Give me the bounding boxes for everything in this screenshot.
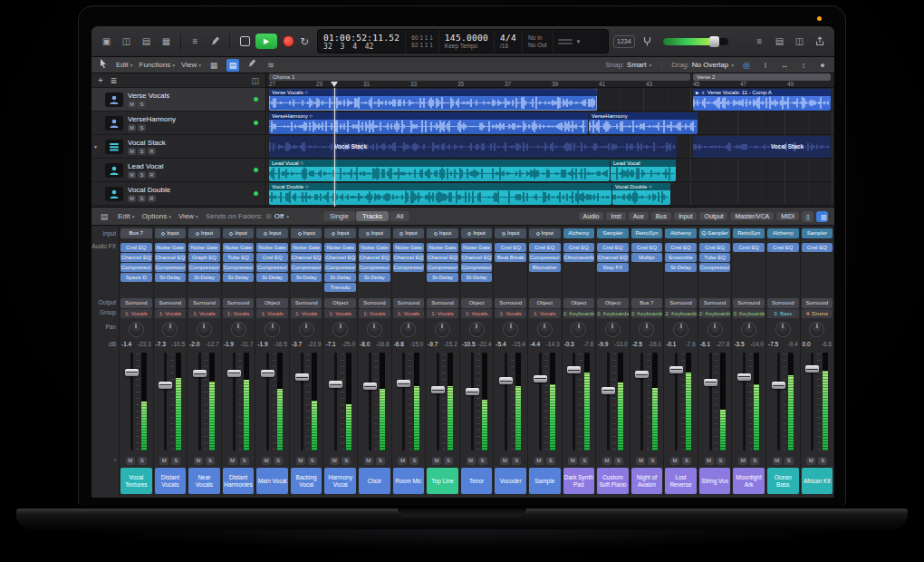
fx-slot-st-delay[interactable]: St-Delay [291, 273, 322, 282]
wide-view-icon[interactable]: ▥ [816, 211, 828, 222]
track-header-lead-vocal[interactable]: Lead VocalMSR [91, 159, 265, 182]
fx-slot-noise-gate[interactable]: Noise Gate [427, 243, 458, 252]
region-verse-vocals[interactable]: Verse Vocals ○ [269, 89, 597, 111]
fx-slot-st-delay[interactable]: St-Delay [155, 273, 187, 282]
fx-slot-channel-eq[interactable]: Channel EQ [324, 253, 356, 262]
pan-knob[interactable] [469, 322, 485, 337]
fx-slot-noise-gate[interactable]: Noise Gate [393, 243, 425, 252]
channel-input-slot[interactable]: Input [188, 228, 220, 238]
pan-knob[interactable] [265, 322, 280, 337]
mute-button[interactable]: M [398, 457, 407, 465]
fx-slot-noise-gate[interactable]: Noise Gate [155, 243, 187, 252]
channel-input-slot[interactable]: Alchemy [665, 228, 697, 238]
fx-slot-noise-gate[interactable]: Noise Gate [324, 243, 356, 252]
region-verseharmony[interactable]: VerseHarmony [589, 112, 698, 134]
fx-slot-graph-eq[interactable]: Graph EQ [188, 253, 220, 262]
arrange-lane-verseharmony[interactable]: VerseHarmony ○VerseHarmony [266, 111, 834, 135]
channel-group-slot[interactable]: 1: Vocals [188, 309, 220, 318]
channel-output-slot[interactable]: Surround [665, 298, 697, 308]
quick-help-icon[interactable]: ▣ [99, 34, 114, 48]
mute-button[interactable]: M [128, 101, 136, 108]
channel-group-slot[interactable]: 1: Vocals [256, 309, 288, 318]
pan-knob[interactable] [503, 322, 518, 337]
fader-cap[interactable] [499, 377, 513, 384]
fx-slot-compressor[interactable]: Compressor [529, 253, 561, 262]
solo-button[interactable]: S [512, 457, 521, 465]
solo-button[interactable]: S [138, 457, 147, 465]
fader-cap[interactable] [635, 371, 649, 378]
pan-knob[interactable] [435, 322, 450, 337]
filter-master-vca-button[interactable]: Master/VCA [730, 212, 774, 220]
channel-output-slot[interactable]: Bus 7 [631, 298, 663, 308]
view-single-button[interactable]: Single [323, 211, 355, 221]
fx-slot-cnsl-eq[interactable]: Cnsl EQ [120, 243, 152, 252]
channel-name[interactable]: Choir [359, 468, 390, 494]
channel-input-slot[interactable]: RetroSyn [733, 228, 765, 238]
fx-slot-cnsl-eq[interactable]: Cnsl EQ [665, 243, 697, 252]
view-tracks-button[interactable]: Tracks [356, 211, 389, 221]
fader-cap[interactable] [193, 370, 207, 377]
mute-button[interactable]: M [602, 457, 611, 465]
record-enable-button[interactable]: R [148, 148, 156, 155]
channel-group-slot[interactable]: 1: Vocals [359, 309, 390, 318]
channel-output-slot[interactable]: Object [563, 298, 595, 308]
pan-knob[interactable] [367, 322, 382, 337]
channel-group-slot[interactable]: 1: Vocals [120, 309, 152, 318]
pan-knob[interactable] [537, 322, 553, 337]
channel-group-slot[interactable]: 1: Vocals [495, 309, 526, 318]
track-header-verse-vocals[interactable]: Verse VocalsMS [91, 88, 265, 111]
track-display-icon[interactable]: ◫ [251, 76, 259, 85]
marker-verse-2[interactable]: Verse 2 [693, 73, 831, 81]
fx-slot-multipr[interactable]: Multipr [631, 253, 663, 262]
solo-button[interactable]: S [240, 457, 249, 465]
channel-input-slot[interactable]: Bus 7 [120, 228, 152, 238]
fx-slot-cnsl-eq[interactable]: Cnsl EQ [563, 243, 595, 252]
fx-slot-cnsl-eq[interactable]: Cnsl EQ [699, 243, 731, 252]
channel-name[interactable]: Sample [529, 468, 561, 494]
track-header-verseharmony[interactable]: VerseHarmonyMS [91, 111, 265, 135]
fx-slot-cnsl-eq[interactable]: Cnsl EQ [597, 243, 629, 252]
zoom-options-icon[interactable]: ● [816, 59, 829, 72]
fader-cap[interactable] [602, 387, 615, 394]
fx-slot-compressor[interactable]: Compressor [324, 263, 356, 272]
channel-name[interactable]: Room Mic [393, 468, 425, 494]
channel-name[interactable]: Night of Avalon [631, 468, 663, 494]
mute-button[interactable]: M [500, 457, 509, 465]
solo-button[interactable]: S [614, 457, 623, 465]
fader-cap[interactable] [669, 366, 683, 373]
fx-slot-st-delay[interactable]: St-Delay [256, 273, 288, 282]
mute-button[interactable]: M [128, 124, 136, 131]
input-monitor-dot[interactable] [254, 168, 258, 172]
solo-button[interactable]: S [818, 457, 827, 465]
channel-name[interactable]: Vocoder [495, 468, 526, 494]
flex-icon[interactable]: ≋ [265, 59, 277, 72]
fader-cap[interactable] [159, 382, 172, 389]
solo-button[interactable]: S [138, 148, 146, 155]
channel-name[interactable]: Near Vocals [188, 468, 220, 494]
channel-group-slot[interactable]: 1: Vocals [461, 309, 493, 318]
solo-button[interactable]: S [138, 124, 146, 131]
channel-input-slot[interactable]: Input [461, 228, 493, 238]
channel-output-slot[interactable]: Object [324, 298, 356, 308]
pan-knob[interactable] [605, 322, 621, 337]
pan-knob[interactable] [162, 322, 178, 337]
record-enable-button[interactable]: R [148, 195, 156, 202]
narrow-view-icon[interactable]: ▯ [802, 211, 813, 222]
vertical-zoom-icon[interactable]: ↕ [797, 59, 810, 72]
channel-input-slot[interactable]: Q-Sampler [699, 228, 731, 238]
fx-slot-compressor[interactable]: Compressor [359, 263, 390, 272]
master-volume-knob[interactable] [709, 36, 719, 47]
pan-knob[interactable] [231, 322, 246, 337]
fx-slot-st-delay[interactable]: St-Delay [188, 273, 220, 282]
fx-slot-compressor[interactable]: Compressor [120, 263, 152, 272]
fx-slot-cnsl-eq[interactable]: Cnsl EQ [495, 243, 526, 252]
stop-button[interactable] [240, 36, 250, 46]
mute-button[interactable]: M [568, 457, 577, 465]
mute-button[interactable]: M [806, 457, 815, 465]
channel-output-slot[interactable]: Surround [699, 298, 731, 308]
fader-cap[interactable] [567, 366, 581, 373]
fader-cap[interactable] [363, 383, 377, 390]
channel-name[interactable]: Ocean Bass [767, 468, 799, 494]
browsers-icon[interactable]: ◫ [792, 34, 807, 48]
fx-slot-cnsl-eq[interactable]: Cnsl EQ [802, 243, 833, 252]
